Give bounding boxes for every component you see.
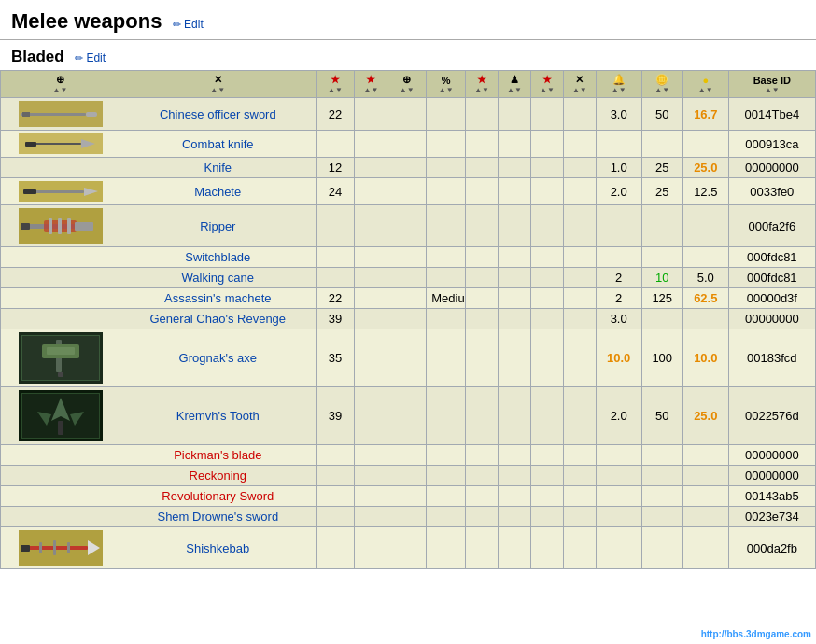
col-header-pct[interactable]: % ▲▼ [427,71,466,98]
weapon-cell [355,247,387,268]
col-header-baseid[interactable]: Base ID ▲▼ [728,71,815,98]
weapon-cell [316,268,355,288]
weapon-cell [355,445,387,466]
weapon-name[interactable]: Combat knife [120,131,317,158]
weapon-cell [530,387,563,445]
weapon-icon-cell [1,158,120,178]
weapon-cell [387,131,427,158]
col-header-val[interactable]: 🪙 ▲▼ [641,71,682,98]
weapon-cell [387,247,427,268]
col-header-icon[interactable]: ⊕ ▲▼ [1,71,120,98]
section-edit-link[interactable]: Edit [75,51,106,64]
weapon-cell [596,486,641,507]
col-header-s4[interactable]: ♟ ▲▼ [499,71,531,98]
table-row: Machete242.02512.50033fe0 [1,178,816,205]
svg-marker-21 [51,398,70,421]
weapon-cell [499,247,531,268]
sort-arrows-icon: ▲▼ [53,87,68,94]
weapon-cell [682,466,728,486]
weapon-icon-cell [1,486,120,507]
weapon-cell [530,329,563,387]
weapon-icon-cell [1,131,120,158]
weapon-cell [499,387,531,445]
col-header-wt[interactable]: 🔔 ▲▼ [596,71,641,98]
weapon-cell [563,98,596,131]
weapon-cell: 0033fe0 [728,178,815,205]
weapon-name[interactable]: Pickman's blade [120,445,317,466]
weapon-cell [387,98,427,131]
weapon-cell: 1.0 [596,158,641,178]
svg-marker-29 [88,540,100,555]
weapon-name[interactable]: Reckoning [120,466,317,486]
weapon-name[interactable]: Ripper [120,205,317,247]
weapon-name[interactable]: Knife [120,158,317,178]
col-header-s2[interactable]: ⊕ ▲▼ [387,71,427,98]
weapon-name[interactable]: Revolutionary Sword [120,486,317,507]
weapon-icon-cell [1,507,120,527]
weapon-cell [466,387,499,445]
weapon-cell [387,527,427,569]
col-header-s1[interactable]: ★ ▲▼ [355,71,387,98]
svg-marker-7 [84,188,98,196]
weapon-cell: 00143ab5 [728,486,815,507]
weapon-cell: 10.0 [682,329,728,387]
table-row: Knife121.02525.000000000 [1,158,816,178]
weapon-cell [499,205,531,247]
weapon-cell [466,329,499,387]
weapon-name[interactable]: General Chao's Revenge [120,309,317,329]
weapon-cell: 25 [641,178,682,205]
weapon-cell: 00000000 [728,158,815,178]
svg-rect-26 [39,542,42,553]
weapon-cell: 0022576d [728,387,815,445]
svg-rect-12 [21,223,30,230]
weapon-cell: 12.5 [682,178,728,205]
weapon-name[interactable]: Grognak's axe [120,329,317,387]
weapon-cell: 0023e734 [728,507,815,527]
weapon-cell [563,445,596,466]
weapon-cell: 24 [316,178,355,205]
weapon-name[interactable]: Chinese officer sword [120,98,317,131]
svg-marker-22 [37,412,51,426]
weapon-cell [499,309,531,329]
weapon-cell: 39 [316,387,355,445]
table-row: Ripper000fa2f6 [1,205,816,247]
weapon-cell [596,247,641,268]
weapon-cell: 62.5 [682,288,728,309]
weapon-cell [466,466,499,486]
weapon-cell [682,309,728,329]
weapon-cell [427,158,466,178]
weapon-cell [499,131,531,158]
weapon-name[interactable]: Shishkebab [120,527,317,569]
weapon-cell [596,507,641,527]
weapon-cell [530,131,563,158]
weapon-cell [427,387,466,445]
weapon-cell [530,486,563,507]
weapon-cell: 100 [641,329,682,387]
page-edit-link[interactable]: Edit [173,18,204,31]
weapon-cell: 35 [316,329,355,387]
weapon-name[interactable]: Shem Drowne's sword [120,507,317,527]
weapon-name[interactable]: Kremvh's Tooth [120,387,317,445]
weapon-name[interactable]: Assassin's machete [120,288,317,309]
weapon-cell [563,329,596,387]
col-header-dmg[interactable]: ★ ▲▼ [316,71,355,98]
col-header-name[interactable]: ✕ ▲▼ [120,71,317,98]
table-row: Pickman's blade00000000 [1,445,816,466]
weapon-name[interactable]: Switchblade [120,247,317,268]
weapon-name[interactable]: Machete [120,178,317,205]
col-header-s5[interactable]: ★ ▲▼ [530,71,563,98]
weapon-cell [466,98,499,131]
weapon-cell [355,507,387,527]
col-header-sp[interactable]: ● ▲▼ [682,71,728,98]
weapon-cell: 000fdc81 [728,268,815,288]
weapon-cell [682,247,728,268]
weapon-cell [563,247,596,268]
table-row: Reckoning00000000 [1,466,816,486]
col-header-s6[interactable]: ✕ ▲▼ [563,71,596,98]
col-header-s3[interactable]: ★ ▲▼ [466,71,499,98]
weapon-cell [682,507,728,527]
weapon-cell [563,466,596,486]
weapon-cell: 12 [316,158,355,178]
weapon-icon-cell [1,309,120,329]
weapon-name[interactable]: Walking cane [120,268,317,288]
